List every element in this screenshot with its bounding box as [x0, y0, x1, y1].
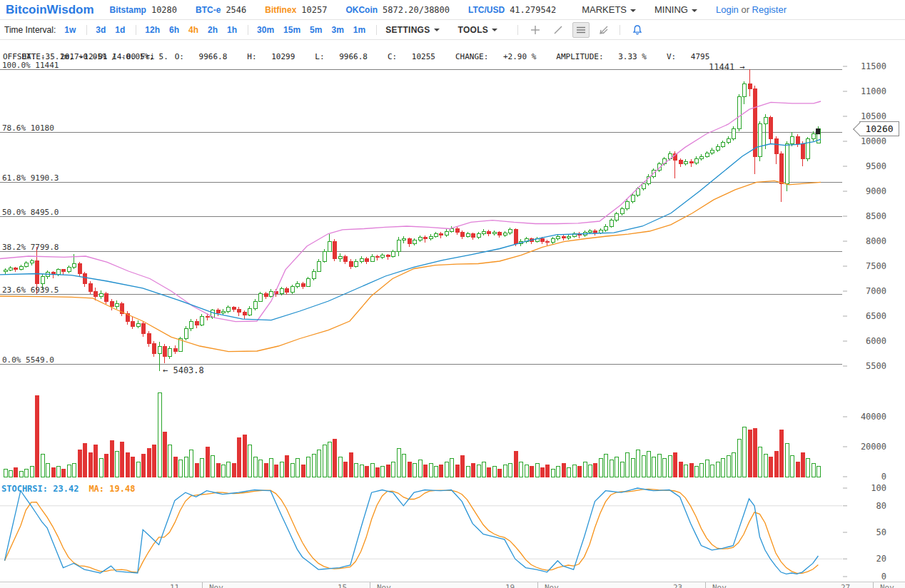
time-axis-strip[interactable] [0, 582, 905, 588]
chevron-down-icon [434, 29, 440, 31]
volume-bar [51, 467, 55, 477]
ticker-name[interactable]: LTC/USD [468, 5, 505, 15]
price-axis-label: 5500 [844, 361, 886, 371]
candle-body [41, 276, 44, 284]
login-link[interactable]: Login [716, 4, 739, 15]
horizontal-lines-icon[interactable] [572, 22, 590, 38]
candle-body [56, 270, 60, 275]
candle-body [408, 239, 411, 244]
volume-bar [200, 459, 203, 477]
interval-3d[interactable]: 3d [96, 25, 106, 35]
candle-body [748, 84, 752, 89]
interval-1h[interactable]: 1h [227, 25, 237, 35]
ma-line-magenta [0, 101, 821, 322]
volume-bar [764, 455, 767, 477]
candle-body [184, 329, 188, 339]
volume-bar [572, 465, 576, 477]
logo[interactable]: BitcoinWisdom [6, 3, 94, 17]
candle-body [115, 304, 118, 307]
time-axis-label: 15 [338, 584, 347, 588]
separator [248, 25, 248, 35]
volume-bar [237, 437, 241, 477]
candle-body [264, 294, 268, 297]
volume-bar [328, 442, 331, 477]
candle-body [365, 259, 368, 262]
candle-body [796, 136, 799, 144]
candle-body [758, 124, 762, 157]
candle-body [716, 146, 719, 151]
candle-body [699, 156, 703, 159]
interval-4h-active[interactable]: 4h [188, 25, 198, 35]
trend-fan-icon[interactable] [595, 22, 612, 38]
interval-15m[interactable]: 15m [283, 25, 300, 35]
ticker-name[interactable]: BTC-e [196, 5, 221, 15]
volume-bar [397, 448, 400, 477]
volume-bar [652, 457, 655, 477]
markets-menu[interactable]: MARKETS [582, 4, 636, 15]
volume-bar [583, 462, 587, 477]
volume-bar [413, 463, 416, 477]
candle-body [216, 310, 220, 313]
ticker-bitfinex[interactable]: Bitfinex 10257 [265, 5, 327, 15]
volume-bar [295, 459, 299, 477]
ticker-bitstamp[interactable]: Bitstamp 10280 [110, 5, 177, 15]
chart-canvas[interactable] [0, 0, 905, 588]
volume-bar [423, 465, 427, 477]
candle-body [806, 139, 809, 159]
candle-body [147, 334, 151, 344]
ticker-okcoin[interactable]: OKCoin 5872.20/38800 [345, 5, 450, 15]
candle-body [705, 153, 709, 156]
candle-body [349, 261, 353, 266]
settings-dropdown[interactable]: SETTINGS [385, 25, 439, 35]
separator [136, 25, 136, 35]
volume-bar [748, 430, 752, 477]
candle-body [679, 161, 682, 164]
tools-dropdown[interactable]: TOOLS [458, 25, 498, 35]
ticker-name-active[interactable]: Bitfinex [265, 5, 296, 15]
chevron-down-icon [630, 9, 636, 12]
alert-bell-icon[interactable] [629, 22, 646, 38]
ticker-ltcusd[interactable]: LTC/USD 41.279542 [468, 5, 556, 15]
interval-1w[interactable]: 1w [64, 25, 76, 35]
ticker-name[interactable]: Bitstamp [110, 5, 146, 15]
volume-bar [24, 470, 28, 477]
candle-body [248, 309, 251, 315]
separator [517, 25, 518, 35]
crosshair-icon[interactable] [527, 22, 544, 38]
interval-1m[interactable]: 1m [353, 25, 365, 35]
time-axis-label: Nov [880, 584, 894, 588]
candle-body [742, 84, 746, 97]
volume-bar [104, 455, 108, 477]
time-axis-label: Nov [545, 584, 559, 588]
interval-12h[interactable]: 12h [145, 25, 160, 35]
time-axis-divider [202, 582, 203, 588]
interval-1d[interactable]: 1d [115, 25, 125, 35]
volume-bar [216, 463, 220, 477]
stoch-axis-label: 80 [844, 501, 886, 511]
volume-bar [30, 466, 34, 477]
interval-30m[interactable]: 30m [257, 25, 274, 35]
interval-3m[interactable]: 3m [331, 25, 343, 35]
candle-body [593, 230, 597, 233]
register-link[interactable]: Register [752, 4, 787, 15]
volume-axis-label: 0 [844, 472, 886, 482]
interval-2h[interactable]: 2h [208, 25, 218, 35]
volume-bar [806, 459, 809, 477]
trendline-icon[interactable] [550, 22, 567, 38]
interval-5m[interactable]: 5m [310, 25, 322, 35]
mining-menu[interactable]: MINING [654, 4, 697, 15]
interval-6h[interactable]: 6h [169, 25, 179, 35]
candle-body [67, 267, 71, 271]
ticker-btce[interactable]: BTC-e 2546 [196, 5, 246, 15]
candle-body [562, 236, 565, 238]
volume-bar [668, 456, 672, 477]
candle-body [429, 236, 433, 239]
candle-body [801, 144, 804, 159]
volume-bar [152, 445, 156, 477]
volume-bar [402, 455, 405, 477]
volume-bar [604, 455, 607, 477]
volume-bar [264, 463, 268, 477]
ticker-value: 10280 [151, 5, 177, 15]
or-text: or [741, 4, 749, 15]
ticker-name[interactable]: OKCoin [345, 5, 378, 15]
